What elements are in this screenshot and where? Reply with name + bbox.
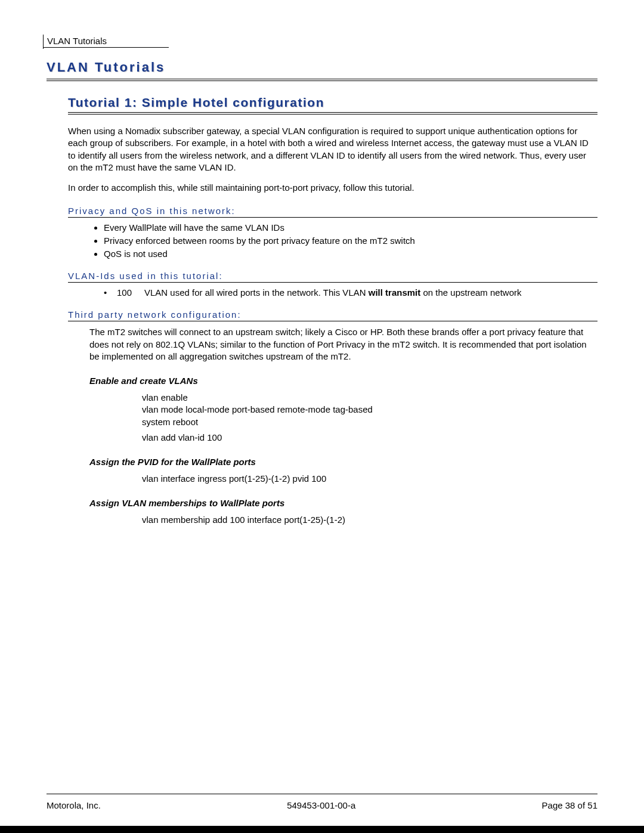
step-heading: Assign the PVID for the WallPlate ports: [89, 457, 597, 467]
bullet-list: Every WallPlate will have the same VLAN …: [68, 222, 597, 259]
h3-underline: [68, 217, 597, 218]
step-heading: Enable and create VLANs: [89, 376, 597, 386]
code-block: vlan membership add 100 interface port(1…: [142, 514, 597, 526]
vlan-id-desc: VLAN used for all wired ports in the net…: [144, 287, 597, 298]
header-underline: [44, 47, 169, 48]
paragraph: The mT2 switches will connect to an upst…: [89, 326, 592, 363]
paragraph: In order to accomplish this, while still…: [68, 182, 597, 194]
list-item: Privacy enforced between rooms by the po…: [104, 236, 597, 246]
code-block: vlan enable vlan mode local-mode port-ba…: [142, 392, 597, 428]
running-header: VLAN Tutorials: [47, 36, 597, 46]
bottom-black-bar: [0, 826, 644, 833]
footer-rule: [47, 794, 597, 794]
footer-left: Motorola, Inc.: [47, 800, 101, 810]
list-item: Every WallPlate will have the same VLAN …: [104, 222, 597, 233]
text-bold: will transmit: [369, 287, 421, 298]
heading-level-3: VLAN-Ids used in this tutorial:: [68, 271, 597, 281]
step-heading: Assign VLAN memberships to WallPlate por…: [89, 498, 597, 508]
text: VLAN used for all wired ports in the net…: [144, 287, 369, 298]
list-item: QoS is not used: [104, 249, 597, 259]
double-rule: [47, 79, 597, 81]
paragraph: When using a Nomadix subscriber gateway,…: [68, 125, 597, 174]
bullet-dot: •: [104, 287, 117, 298]
vlan-id-number: 100: [117, 287, 144, 298]
document-page: VLAN Tutorials VLAN Tutorials Tutorial 1…: [0, 0, 644, 833]
footer-right: Page 38 of 51: [542, 800, 597, 810]
code-block: vlan add vlan-id 100: [142, 432, 597, 444]
text: on the upstream network: [420, 287, 521, 298]
h3-underline: [68, 282, 597, 283]
heading-level-3: Third party network configuration:: [68, 309, 597, 320]
code-block: vlan interface ingress port(1-25)-(1-2) …: [142, 473, 597, 485]
heading-level-1: VLAN Tutorials: [47, 60, 597, 75]
footer-center: 549453-001-00-a: [287, 800, 355, 810]
h3-underline: [68, 321, 597, 321]
vlan-id-row: • 100 VLAN used for all wired ports in t…: [104, 287, 597, 298]
heading-level-3: Privacy and QoS in this network:: [68, 206, 597, 216]
double-rule: [68, 112, 597, 114]
page-footer: Motorola, Inc. 549453-001-00-a Page 38 o…: [47, 794, 597, 810]
heading-level-2: Tutorial 1: Simple Hotel configuration: [68, 95, 597, 110]
intro-block: When using a Nomadix subscriber gateway,…: [68, 125, 597, 194]
page-head-box: VLAN Tutorials: [43, 35, 597, 49]
